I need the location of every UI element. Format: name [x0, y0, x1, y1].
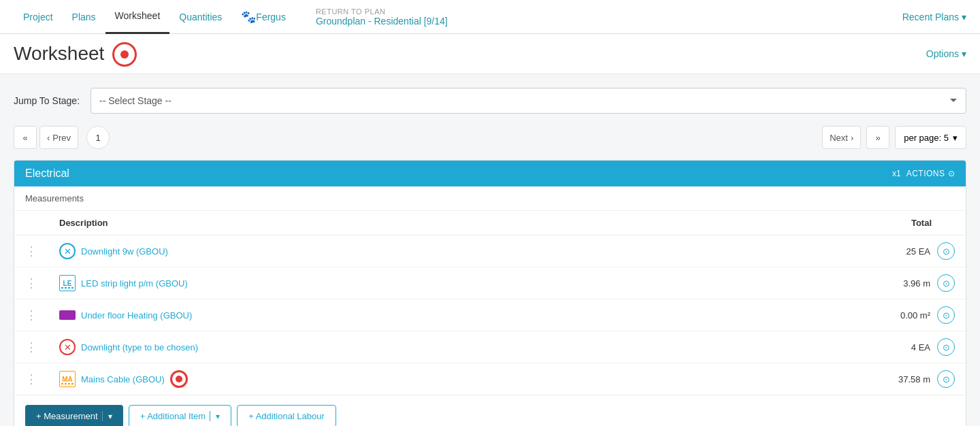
nav-worksheet[interactable]: Worksheet	[105, 0, 170, 34]
nav-fergus[interactable]: 🐾 Fergus	[231, 0, 295, 34]
item-name[interactable]: LED strip light p/m (GBOU)	[81, 278, 188, 289]
section-header: Electrical x1 ACTIONS ⊙	[14, 161, 966, 186]
return-to-plan-label: RETURN TO PLAN	[316, 7, 448, 16]
per-page-button[interactable]: per page: 5 ▾	[895, 126, 966, 149]
page-header: Worksheet Options ▾	[0, 34, 980, 74]
row-action-button[interactable]: ⊙	[937, 338, 955, 356]
stage-select[interactable]: -- Select Stage --	[91, 88, 966, 114]
row-description: ✕ Downlight 9w (GBOU)	[48, 235, 665, 267]
item-name[interactable]: Under floor Heating (GBOU)	[81, 310, 192, 321]
table-row: ⋮ Under floor Heating (GBOU) 0.00 m² ⊙	[14, 299, 966, 331]
options-button[interactable]: Options ▾	[926, 48, 966, 67]
add-additional-labour-button[interactable]: + Additional Labour	[237, 405, 336, 426]
x1-label: x1	[892, 169, 901, 178]
row-total: 4 EA ⊙	[665, 331, 966, 363]
section-footer: + Measurement + Additional Item + Additi…	[14, 395, 966, 426]
row-description: LE LED strip light p/m (GBOU)	[48, 267, 665, 299]
ma-icon: MA	[59, 371, 76, 387]
table-row: ⋮ ✕ Downlight 9w (GBOU) 25 EA ⊙	[14, 235, 966, 267]
row-handle[interactable]: ⋮	[14, 267, 48, 299]
item-name[interactable]: Downlight (type to be chosen)	[81, 342, 198, 353]
item-name[interactable]: Mains Cable (GBOU)	[81, 374, 165, 384]
row-total: 3.96 m ⊙	[665, 267, 966, 299]
right-pagination: Next › » per page: 5 ▾	[822, 126, 966, 149]
handle-col-header	[14, 211, 48, 235]
chevron-down-icon: ▾	[953, 133, 958, 143]
le-icon: LE	[59, 275, 76, 291]
page-title: Worksheet	[14, 43, 104, 73]
additional-item-dropdown-arrow	[210, 411, 220, 421]
chevron-down-icon: ▾	[962, 48, 966, 59]
recent-plans-button[interactable]: Recent Plans ▾	[902, 12, 966, 22]
last-page-button[interactable]: »	[866, 126, 889, 149]
table-row: ⋮ LE LED strip light p/m (GBOU) 3.96 m ⊙	[14, 267, 966, 299]
section-title: Electrical	[25, 167, 69, 180]
return-to-plan[interactable]: RETURN TO PLAN Groundplan - Residential …	[316, 7, 448, 27]
add-additional-item-button[interactable]: + Additional Item	[129, 405, 231, 426]
jump-to-stage-label: Jump To Stage:	[14, 95, 80, 106]
row-action-button[interactable]: ⊙	[937, 370, 955, 388]
section-actions: x1 ACTIONS ⊙	[892, 169, 955, 178]
measurement-dropdown-arrow	[102, 411, 112, 421]
pagination-bar: « ‹ Prev 1 Next › » per page: 5 ▾	[14, 126, 966, 149]
row-handle[interactable]: ⋮	[14, 235, 48, 267]
row-handle[interactable]: ⋮	[14, 363, 48, 395]
chevron-down-icon: ▾	[962, 12, 966, 22]
page-title-area: Worksheet	[14, 42, 137, 73]
row-description: MA Mains Cable (GBOU)	[48, 363, 665, 395]
record-indicator	[112, 42, 137, 67]
jump-to-stage-row: Jump To Stage: -- Select Stage --	[14, 88, 966, 114]
row-action-button[interactable]: ⊙	[937, 306, 955, 324]
fergus-icon: 🐾	[241, 10, 256, 24]
add-measurement-button[interactable]: + Measurement	[25, 405, 123, 426]
row-handle[interactable]: ⋮	[14, 299, 48, 331]
first-page-button[interactable]: «	[14, 126, 37, 149]
row-description: ✕ Downlight (type to be chosen)	[48, 331, 665, 363]
prev-page-button[interactable]: ‹ Prev	[39, 126, 78, 149]
main-content: Jump To Stage: -- Select Stage -- « ‹ Pr…	[0, 74, 980, 426]
row-description: Under floor Heating (GBOU)	[48, 299, 665, 331]
row-total: 0.00 m² ⊙	[665, 299, 966, 331]
row-handle[interactable]: ⋮	[14, 331, 48, 363]
nav-plans[interactable]: Plans	[63, 0, 105, 34]
nav-project[interactable]: Project	[14, 0, 63, 34]
row-action-button[interactable]: ⊙	[937, 242, 955, 260]
next-page-button[interactable]: Next ›	[822, 126, 861, 149]
purple-rect-icon	[59, 310, 76, 320]
nav-quantities[interactable]: Quantities	[169, 0, 231, 34]
gear-icon: ⊙	[948, 169, 956, 178]
top-navigation: Project Plans Worksheet Quantities 🐾 Fer…	[0, 0, 980, 34]
measurements-label: Measurements	[14, 186, 966, 211]
table-row: ⋮ ✕ Downlight (type to be chosen) 4 EA ⊙	[14, 331, 966, 363]
item-name[interactable]: Downlight 9w (GBOU)	[81, 246, 168, 257]
description-col-header: Description	[48, 211, 665, 235]
actions-button[interactable]: ACTIONS ⊙	[906, 169, 955, 178]
x-circle-icon: ✕	[59, 243, 76, 259]
total-col-header: Total	[665, 211, 966, 235]
row-action-button[interactable]: ⊙	[937, 274, 955, 292]
measurements-table: Description Total ⋮ ✕ Downlight 9w (GBOU…	[14, 211, 966, 395]
return-to-plan-name: Groundplan - Residential [9/14]	[316, 16, 448, 27]
x-circle-red-icon: ✕	[59, 339, 76, 355]
electrical-section: Electrical x1 ACTIONS ⊙ Measurements Des…	[14, 160, 966, 426]
row-total: 37.58 m ⊙	[665, 363, 966, 395]
table-row: ⋮ MA Mains Cable (GBOU) 37.58 m ⊙	[14, 363, 966, 395]
record-indicator	[170, 370, 188, 388]
row-total: 25 EA ⊙	[665, 235, 966, 267]
current-page-number: 1	[86, 126, 110, 149]
